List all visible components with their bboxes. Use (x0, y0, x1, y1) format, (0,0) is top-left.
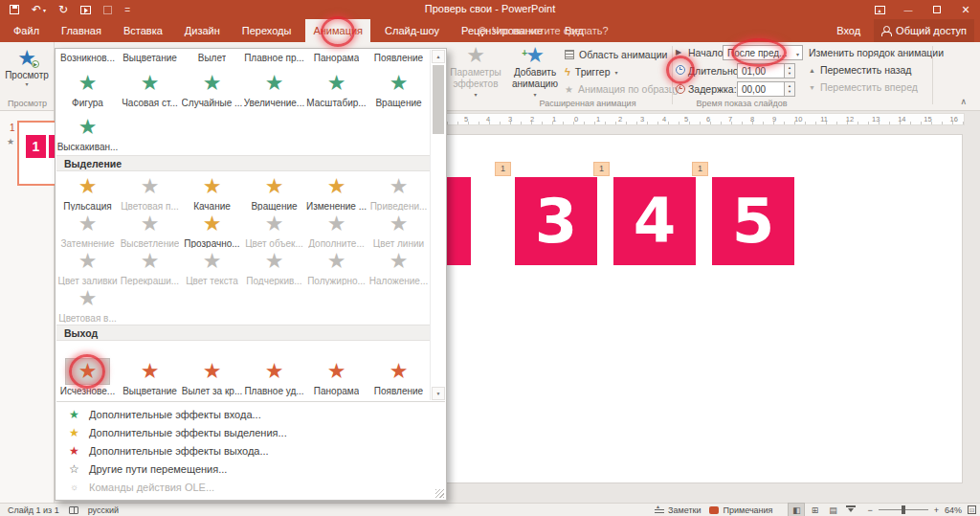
start-select[interactable]: После пред... ▾ (723, 45, 803, 60)
gallery-item[interactable]: ★Вращение (243, 173, 305, 211)
share-button[interactable]: Общий доступ (874, 19, 974, 42)
duration-input[interactable]: 01,00 (737, 63, 785, 79)
collapse-ribbon-icon[interactable]: ∧ (960, 97, 967, 106)
animation-order-badge[interactable]: 1 (692, 162, 708, 176)
gallery-item[interactable]: ★Затемнение (56, 211, 119, 248)
comments-button[interactable]: Примечания (709, 505, 772, 515)
gallery-item[interactable]: ★Фигура (56, 65, 119, 109)
close-icon[interactable] (951, 0, 980, 19)
gallery-item[interactable]: ★Исчезнове... (56, 343, 119, 397)
gallery-item[interactable]: ★Пульсация (56, 173, 119, 211)
gallery-item[interactable]: Вылет (181, 51, 243, 65)
gallery-item[interactable]: ★Перекраши... (119, 248, 181, 285)
gallery-item[interactable]: ★Прозрачно... (181, 211, 243, 248)
reading-view-icon[interactable]: ▤ (825, 504, 840, 516)
tab-home[interactable]: Главная (54, 19, 109, 42)
tab-transitions[interactable]: Переходы (234, 19, 300, 42)
menu-more-emphasis[interactable]: ★Дополнительные эффекты выделения... (56, 423, 445, 441)
tab-insert[interactable]: Вставка (116, 19, 170, 42)
zoom-slider-thumb[interactable] (902, 505, 905, 514)
normal-view-icon[interactable]: ◧ (789, 504, 804, 516)
gold-star-icon: ★ (252, 173, 298, 200)
effect-options-button[interactable]: ★ Параметры эффектов ▾ (448, 44, 503, 98)
language-label[interactable]: русский (88, 505, 119, 515)
slide-shape[interactable]: 13 (515, 177, 597, 265)
zoom-slider[interactable] (879, 509, 928, 510)
menu-more-motion-paths[interactable]: ☆Другие пути перемещения... (56, 460, 445, 478)
animation-order-badge[interactable]: 1 (495, 162, 511, 176)
fit-to-window-icon[interactable]: ⊡ (968, 505, 976, 514)
notes-button[interactable]: Заметки (655, 505, 701, 515)
tab-file[interactable]: Файл (6, 19, 47, 42)
trigger-button[interactable]: Триггер ▾ (565, 63, 679, 80)
gallery-item[interactable]: ★Полужирно... (305, 248, 368, 285)
zoom-level[interactable]: 64% (945, 505, 962, 515)
menu-more-entrance[interactable]: ★Дополнительные эффекты входа... (56, 405, 445, 423)
gallery-item[interactable]: ★Дополните... (305, 211, 368, 248)
add-animation-button[interactable]: ★+ Добавить анимацию ▾ (505, 44, 565, 98)
gallery-item[interactable]: ★Вылет за кр... (181, 343, 243, 397)
gallery-scrollbar[interactable]: ▲ ▼ (430, 50, 445, 400)
slideshow-view-icon[interactable] (843, 504, 858, 516)
gallery-item[interactable]: ★Цвет объек... (243, 211, 305, 248)
tab-design[interactable]: Дизайн (177, 19, 228, 42)
horizontal-ruler[interactable]: 654321012345678910111213141516 (435, 113, 965, 125)
scrollbar-thumb[interactable] (433, 65, 444, 134)
gallery-item[interactable]: ★Часовая ст... (119, 65, 181, 109)
animation-painter-button[interactable]: Анимация по образцу (565, 80, 679, 98)
gallery-item[interactable]: ★Цвет заливки (56, 248, 119, 285)
gallery-item[interactable]: ★Подчеркив... (243, 248, 305, 285)
spellcheck-book-icon[interactable] (69, 506, 78, 514)
gallery-item[interactable]: ★Приведени... (368, 173, 430, 211)
minimize-icon[interactable] (894, 0, 923, 19)
gallery-item[interactable]: ★Наложение... (368, 248, 430, 285)
gallery-item[interactable]: Выцветание (119, 51, 181, 65)
scroll-down-icon[interactable]: ▼ (432, 387, 445, 400)
gallery-item[interactable]: ★Качание (181, 173, 243, 211)
gallery-item[interactable]: ★Изменение ... (305, 173, 368, 211)
ribbon-display-options-icon[interactable]: ▴ (865, 0, 894, 19)
gallery-item[interactable]: Появление (368, 51, 430, 65)
duration-spinner[interactable]: ▲▼ (785, 63, 795, 79)
gallery-item[interactable]: ★Цвет линии (368, 211, 430, 248)
move-earlier-button[interactable]: ▲ Переместить назад (809, 64, 938, 76)
gallery-item[interactable]: ★Плавное уд... (243, 343, 305, 397)
gallery-item[interactable]: ★Масштабир... (305, 65, 368, 109)
slide-thumbnail[interactable]: 1 (17, 121, 56, 186)
zoom-out-icon[interactable]: − (867, 505, 872, 515)
gallery-item[interactable]: ★Цвет текста (181, 248, 243, 285)
menu-ole-actions[interactable]: ☼Команды действия OLE... (56, 478, 445, 496)
slide-shape[interactable]: 15 (712, 177, 794, 265)
menu-more-exit[interactable]: ★Дополнительные эффекты выхода... (56, 441, 445, 460)
delay-input[interactable]: 00,00 (737, 81, 785, 97)
gallery-item[interactable]: ★Случайные ... (181, 65, 243, 109)
scroll-up-icon[interactable]: ▲ (432, 50, 445, 63)
gallery-item[interactable]: Панорама (305, 51, 368, 65)
delay-spinner[interactable]: ▲▼ (785, 81, 795, 97)
gallery-item[interactable]: ★Увеличение... (243, 65, 305, 109)
gallery-item[interactable]: ★Выскакиван... (56, 109, 119, 153)
gallery-item[interactable]: ★Выцветание (119, 343, 181, 397)
resize-grip[interactable] (435, 489, 444, 498)
animation-order-badge[interactable]: 1 (593, 162, 610, 176)
gallery-item[interactable]: ★Цветовая в... (56, 285, 119, 323)
gallery-menu: ★Дополнительные эффекты входа...★Дополни… (56, 401, 445, 499)
move-later-button[interactable]: ▼ Переместить вперед (809, 81, 938, 93)
gallery-item[interactable]: ★Цветовая п... (119, 173, 181, 211)
gallery-item[interactable]: ★Высветление (119, 211, 181, 248)
zoom-in-icon[interactable]: + (934, 505, 939, 515)
gallery-item[interactable]: ★Вращение (368, 65, 430, 109)
sign-in-button[interactable]: Вход (836, 25, 860, 36)
gallery-item[interactable]: ★Панорама (305, 343, 368, 397)
gallery-item[interactable]: Возникнов... (56, 51, 119, 65)
slide-sorter-icon[interactable]: ⊞ (807, 504, 822, 516)
gallery-item[interactable]: Плавное пр... (243, 51, 305, 65)
preview-button[interactable]: ★▶ Просмотр ▾ (0, 42, 54, 87)
tell-me-search[interactable]: Что вы хотите сделать? (479, 19, 609, 42)
tab-slideshow[interactable]: Слайд-шоу (377, 19, 447, 42)
restore-icon[interactable] (923, 0, 951, 19)
tab-animations[interactable]: Анимация (305, 19, 370, 42)
slide-shape[interactable]: 14 (613, 177, 696, 265)
animation-pane-button[interactable]: Область анимации (565, 46, 679, 63)
gallery-item[interactable]: ★Появление (368, 343, 430, 397)
